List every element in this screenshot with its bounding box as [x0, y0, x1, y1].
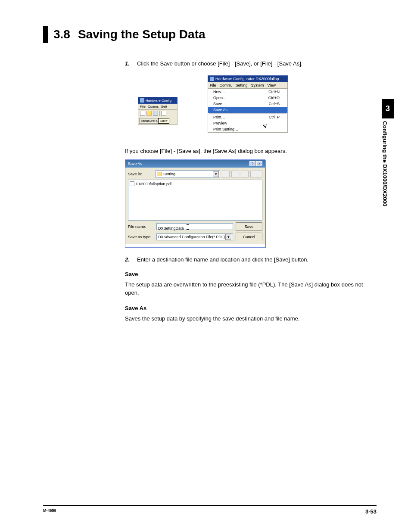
menu-item-label: Print Setting… [213, 127, 238, 131]
text-cursor-icon [187, 224, 189, 230]
folder-icon [157, 172, 162, 176]
tabbar: Measure a Save [138, 117, 177, 125]
filename-input[interactable]: DXSettingData [156, 223, 233, 230]
print-icon[interactable] [161, 111, 166, 116]
menu-sett[interactable]: Sett [161, 105, 167, 109]
menu-file[interactable]: File [210, 83, 216, 87]
hardware-config-window: Hardware Config File Comm. Sett [138, 97, 177, 125]
save-paragraph: The setup data are overwritten to the pr… [125, 281, 366, 296]
titlebar-text: Hardware Config [146, 99, 171, 103]
menu-item-shortcut: Ctrl+N [268, 90, 280, 94]
step-number: 2. [125, 256, 137, 263]
menu-item-print[interactable]: Print… Ctrl+P [208, 114, 287, 120]
titlebar: Hardware Config [138, 97, 177, 104]
saveas-dialog: Save As ? × Save in: Setting ▾ [125, 159, 265, 248]
savein-label: Save in: [128, 172, 154, 176]
figure-row: Hardware Config File Comm. Sett [138, 75, 366, 139]
file-dropdown: New… Ctrl+N Open… Ctrl+O Save Ctrl+S Sav… [208, 89, 288, 133]
step-1: 1. Click the Save button or choose [File… [125, 60, 366, 67]
menu-item-label: Print… [213, 115, 225, 119]
resize-grip-icon[interactable]: ⋰ [125, 244, 265, 247]
titlebar: Hardware Configurator DX2000fullop [208, 75, 288, 82]
savein-value: Setting [163, 172, 175, 176]
help-button[interactable]: ? [249, 161, 255, 166]
menu-item-label: New… [213, 90, 225, 94]
list-item[interactable]: DX2000fulloption.pdl [130, 181, 261, 186]
menu-item-label: Preview [213, 121, 227, 125]
menubar: File Comm. Sett [138, 104, 177, 110]
section-title: Saving the Setup Data [78, 26, 206, 43]
step-text: Click the Save button or choose [File] -… [137, 60, 366, 67]
toolbar [138, 110, 177, 117]
separator [159, 111, 160, 116]
menu-item-saveas[interactable]: Save As… [208, 107, 287, 113]
chapter-number-tab: 3 [382, 99, 394, 118]
menu-item-save[interactable]: Save Ctrl+S [208, 101, 287, 107]
up-icon[interactable] [231, 171, 239, 177]
saveas-subhead: Save As [125, 305, 366, 312]
titlebar-text: Hardware Configurator DX2000fullop [215, 77, 279, 81]
cancel-button[interactable]: Cancel [236, 233, 262, 241]
file-name: DX2000fulloption.pdl [136, 182, 171, 186]
dropdown-button[interactable]: ▾ [225, 234, 231, 240]
savetype-value: DXAdvanced Configuration File(*.PDL) [158, 235, 225, 239]
filename-value: DXSettingData [158, 226, 184, 230]
paragraph: If you choose [File] - [Save as], the [S… [125, 147, 366, 155]
heading-bar [43, 26, 48, 43]
menu-item-printsetting[interactable]: Print Setting… [208, 126, 287, 132]
step-text: Enter a destination file name and locati… [137, 256, 366, 263]
save-subhead: Save [125, 271, 366, 278]
back-icon[interactable] [222, 171, 230, 177]
menu-item-shortcut: Ctrl+O [268, 96, 280, 100]
file-menu-figure: Hardware Configurator DX2000fullop File … [208, 75, 288, 139]
titlebar-text: Save As [128, 162, 142, 166]
save-tooltip: Save [158, 118, 169, 124]
menu-view[interactable]: View [268, 83, 276, 87]
chapter-title-vertical: Configuring the DX1000/DX2000 [382, 118, 388, 206]
view-menu-icon[interactable] [250, 171, 262, 177]
step-number: 1. [125, 60, 137, 67]
menu-item-open[interactable]: Open… Ctrl+O [208, 95, 287, 101]
filename-label: File name: [128, 224, 154, 229]
save-button[interactable]: Save [236, 222, 262, 231]
savetype-label: Save as type: [128, 235, 154, 239]
section-number: 3.8 [53, 26, 78, 43]
menubar: File Comm. Setting System View [208, 82, 288, 89]
section-heading: 3.8 Saving the Setup Data [43, 26, 377, 43]
app-icon [140, 98, 144, 103]
menu-file[interactable]: File [140, 105, 146, 109]
new-icon[interactable] [140, 111, 145, 116]
close-button[interactable]: × [256, 161, 262, 166]
menu-comm[interactable]: Comm. [220, 83, 232, 87]
dropdown-button[interactable]: ▾ [213, 171, 219, 177]
save-icon[interactable] [153, 111, 158, 116]
new-folder-icon[interactable] [241, 171, 249, 177]
saveas-paragraph: Saves the setup data by specifying the s… [125, 315, 366, 323]
footer-left: M-4659 [43, 508, 56, 515]
menu-setting[interactable]: Setting [236, 83, 248, 87]
menu-item-label: Open… [213, 96, 227, 100]
menu-item-new[interactable]: New… Ctrl+N [208, 89, 287, 95]
file-list[interactable]: DX2000fulloption.pdl [128, 180, 262, 221]
menu-separator [209, 113, 286, 114]
menu-comm[interactable]: Comm. [148, 105, 159, 109]
menu-item-shortcut: Ctrl+P [269, 115, 280, 119]
file-icon [130, 181, 134, 186]
titlebar: Save As ? × [125, 160, 265, 168]
menu-item-label: Save As… [213, 108, 231, 112]
side-tab: 3 Configuring the DX1000/DX2000 [382, 99, 394, 314]
savetype-select[interactable]: DXAdvanced Configuration File(*.PDL) ▾ [156, 233, 233, 240]
menu-item-shortcut: Ctrl+S [269, 102, 280, 106]
menu-system[interactable]: System [251, 83, 264, 87]
menu-item-label: Save [213, 102, 222, 106]
footer-right: 3-53 [365, 508, 377, 515]
step-2: 2. Enter a destination file name and loc… [125, 256, 366, 263]
menu-item-preview[interactable]: Preview [208, 120, 287, 126]
open-icon[interactable] [146, 111, 152, 116]
page-footer: M-4659 3-53 [43, 505, 377, 515]
app-icon [210, 77, 214, 81]
measure-tab[interactable]: Measure a [139, 118, 160, 124]
savein-select[interactable]: Setting ▾ [156, 170, 220, 178]
